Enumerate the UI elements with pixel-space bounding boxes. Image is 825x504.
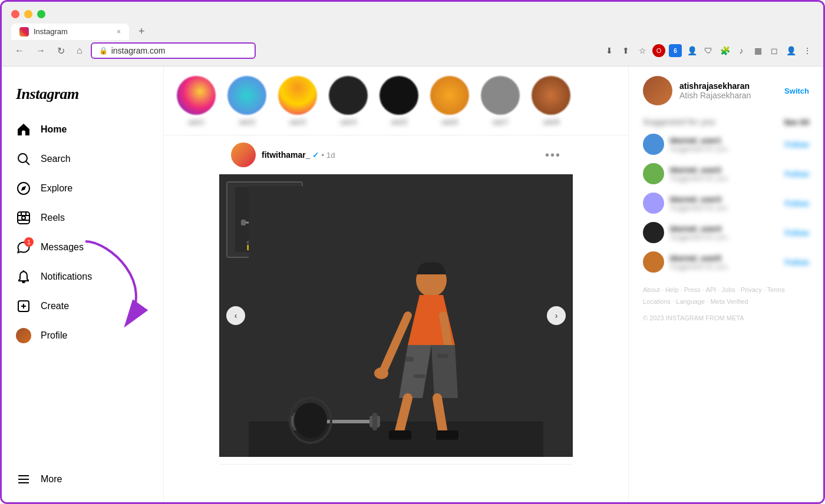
window-icon[interactable]: ◻ xyxy=(768,44,781,57)
follow-button[interactable]: Follow xyxy=(785,199,809,208)
grid-icon[interactable]: ▦ xyxy=(751,44,764,57)
browser-actions: ⬇ ⬆ ☆ O 6 👤 🛡 🧩 ♪ ▦ ◻ 👤 ⋮ xyxy=(603,44,814,57)
share-icon[interactable]: ⬆ xyxy=(619,44,632,57)
footer-link[interactable]: API xyxy=(705,286,716,293)
post-more-button[interactable]: ••• xyxy=(545,148,561,162)
sidebar: Instagram Home Search xyxy=(2,67,164,504)
footer-link[interactable]: Locations xyxy=(643,298,671,305)
suggestion-avatar[interactable] xyxy=(643,163,664,184)
main-layout: Instagram Home Search xyxy=(2,67,823,504)
sidebar-item-notifications[interactable]: Notifications xyxy=(9,262,156,291)
new-tab-button[interactable]: + xyxy=(134,23,150,40)
music-icon[interactable]: ♪ xyxy=(735,44,748,57)
footer-link[interactable]: Language xyxy=(676,298,705,305)
footer-link[interactable]: Terms xyxy=(767,286,785,293)
story-name: user6 xyxy=(429,118,470,125)
suggestion-avatar[interactable] xyxy=(643,134,664,155)
story-avatar xyxy=(380,76,418,115)
shield-icon[interactable]: 🛡 xyxy=(702,44,715,57)
sidebar-item-messages[interactable]: 1 Messages xyxy=(9,233,156,262)
main-workout-figure xyxy=(249,186,543,457)
sidebar-item-home[interactable]: Home xyxy=(9,115,156,144)
svg-point-31 xyxy=(374,367,388,379)
user-avatar-image xyxy=(643,76,672,105)
svg-point-5 xyxy=(22,216,25,220)
suggestion-sub: Suggested for you xyxy=(670,204,779,212)
active-tab[interactable]: Instagram × xyxy=(11,24,129,40)
reload-button[interactable]: ↻ xyxy=(54,43,68,59)
follow-button[interactable]: Follow xyxy=(785,228,809,237)
story-avatar xyxy=(227,76,266,115)
story-name: user7 xyxy=(480,118,521,125)
follow-button[interactable]: Follow xyxy=(785,258,809,267)
footer-link[interactable]: Privacy xyxy=(741,286,762,293)
sidebar-item-reels[interactable]: Reels xyxy=(9,203,156,233)
back-button[interactable]: ← xyxy=(11,43,28,58)
sidebar-item-search[interactable]: Search xyxy=(9,144,156,174)
story-name: user1 xyxy=(176,118,217,125)
svg-marker-3 xyxy=(21,186,26,191)
suggestion-avatar[interactable] xyxy=(643,251,664,273)
sidebar-item-create[interactable]: Create xyxy=(9,291,156,321)
switch-button[interactable]: Switch xyxy=(784,87,809,95)
svg-line-37 xyxy=(437,398,443,433)
follow-button[interactable]: Follow xyxy=(785,170,809,178)
story-item[interactable]: user3 xyxy=(277,76,318,125)
post-time: 1d xyxy=(326,151,335,160)
user-avatar[interactable] xyxy=(643,76,672,105)
suggestion-info: blurred_user4 Suggested for you xyxy=(670,224,779,241)
footer-link[interactable]: Press xyxy=(684,286,701,293)
menu-icon[interactable]: ⋮ xyxy=(801,44,814,57)
maximize-button[interactable] xyxy=(37,10,45,18)
close-button[interactable] xyxy=(11,10,19,18)
suggestion-sub: Suggested for you xyxy=(670,233,779,241)
suggestion-avatar[interactable] xyxy=(643,222,664,243)
svg-point-46 xyxy=(294,403,327,438)
bookmark-icon[interactable]: ☆ xyxy=(636,44,649,57)
post-avatar[interactable] xyxy=(231,142,256,167)
post-next-button[interactable]: › xyxy=(547,306,566,325)
download-icon[interactable]: ⬇ xyxy=(603,44,616,57)
minimize-button[interactable] xyxy=(24,10,32,18)
home-nav-button[interactable]: ⌂ xyxy=(73,43,86,58)
story-item[interactable]: user6 xyxy=(429,76,470,125)
footer-link[interactable]: Help xyxy=(665,286,679,293)
extension-icon[interactable]: 6 xyxy=(669,44,682,57)
opera-icon[interactable]: O xyxy=(652,44,665,57)
story-item[interactable]: user8 xyxy=(530,76,572,125)
sidebar-item-explore[interactable]: Explore xyxy=(9,174,156,203)
suggestions-section: Suggested for you See All blurred_user1 … xyxy=(643,117,809,273)
svg-rect-33 xyxy=(405,357,414,362)
suggestion-sub: Suggested for you xyxy=(670,174,779,183)
address-bar[interactable]: 🔒 instagram.com xyxy=(91,42,256,59)
forward-button[interactable]: → xyxy=(32,43,49,58)
story-item[interactable]: user1 xyxy=(176,76,217,125)
story-item[interactable]: user2 xyxy=(226,76,268,125)
puzzle-icon[interactable]: 🧩 xyxy=(718,44,731,57)
follow-button[interactable]: Follow xyxy=(785,140,809,149)
username-text: fitwithamar_ xyxy=(262,150,310,160)
user-details: atishrajasekharan Atish Rajasekharan xyxy=(679,81,777,100)
tab-close-button[interactable]: × xyxy=(117,28,121,36)
story-item[interactable]: user5 xyxy=(378,76,420,125)
suggestion-avatar[interactable] xyxy=(643,193,664,214)
sidebar-item-profile[interactable]: Profile xyxy=(9,321,156,350)
story-avatar xyxy=(481,76,520,115)
current-username[interactable]: atishrajasekharan xyxy=(679,81,777,91)
logo-text: Instagram xyxy=(16,85,79,102)
story-name: user8 xyxy=(530,118,572,125)
footer-link[interactable]: About xyxy=(643,286,660,293)
messages-badge: 1 xyxy=(24,237,34,247)
profile-icon-1[interactable]: 👤 xyxy=(685,44,698,57)
suggestion-item: blurred_user2 Suggested for you Follow xyxy=(643,163,809,184)
footer-link[interactable]: Meta Verified xyxy=(710,298,748,305)
post-username[interactable]: fitwithamar_ ✓ • 1d xyxy=(262,150,539,160)
post-prev-button[interactable]: ‹ xyxy=(226,306,245,325)
footer-link[interactable]: Jobs xyxy=(721,286,735,293)
story-item[interactable]: user4 xyxy=(328,76,369,125)
user-avatar-icon[interactable]: 👤 xyxy=(784,44,797,57)
story-item[interactable]: user7 xyxy=(480,76,521,125)
svg-line-1 xyxy=(27,162,30,165)
see-all-button[interactable]: See All xyxy=(784,118,809,127)
sidebar-item-more[interactable]: More xyxy=(9,465,156,494)
